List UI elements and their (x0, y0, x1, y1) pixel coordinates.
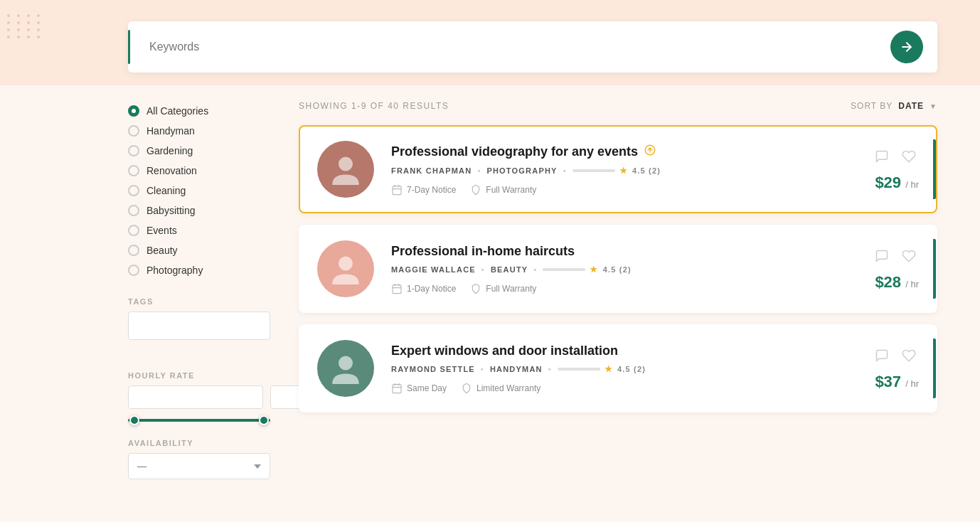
category-item-renovation[interactable]: Renovation (128, 161, 270, 181)
notice-item: Same Day (391, 383, 447, 394)
notice-item: 7-Day Notice (391, 184, 456, 196)
favorite-icon[interactable] (899, 346, 919, 366)
warranty-text: Full Warranty (486, 185, 536, 195)
category-item-events[interactable]: Events (128, 220, 270, 240)
listing-title: Expert windows and door installation (391, 343, 855, 358)
warranty-item: Full Warranty (470, 184, 536, 196)
search-input[interactable] (142, 41, 890, 53)
calendar-icon (391, 383, 403, 394)
card-actions: $29 / hr (872, 147, 919, 192)
slider-thumb-left[interactable] (129, 415, 139, 425)
star-icon: ★ (590, 265, 598, 275)
message-icon[interactable] (872, 147, 892, 166)
availability-select[interactable]: —Same Day1-Day Notice7-Day Notice (128, 453, 270, 479)
category-tag: PHOTOGRAPHY (486, 166, 557, 175)
card-meta: MAGGIE WALLACE • BEAUTY • ★ 4.5 (2) (391, 265, 855, 275)
card-footer: 7-Day Notice Full Warranty (391, 184, 855, 196)
listing-price: $28 / hr (875, 273, 919, 292)
category-tag: HANDYMAN (490, 365, 543, 373)
radio-0 (128, 105, 139, 117)
action-icons (872, 147, 919, 166)
category-label: Photography (147, 265, 203, 276)
action-icons (872, 246, 919, 266)
favorite-icon[interactable] (899, 147, 919, 166)
calendar-icon (391, 283, 403, 294)
search-button[interactable] (890, 31, 923, 63)
listing-title: Professional in-home haircuts (391, 244, 855, 259)
price-unit: / hr (905, 279, 919, 289)
category-list: All CategoriesHandymanGardeningRenovatio… (128, 101, 270, 280)
card-body: Professional videography for any events … (391, 144, 855, 196)
listing-card-2[interactable]: Professional in-home haircuts MAGGIE WAL… (299, 225, 937, 313)
author-name: MAGGIE WALLACE (391, 265, 476, 274)
listing-card-3[interactable]: Expert windows and door installation RAY… (299, 324, 937, 412)
listing-price: $37 / hr (875, 373, 919, 391)
rating-text: 4.5 (2) (632, 166, 661, 175)
listing-card-1[interactable]: Professional videography for any events … (299, 125, 937, 213)
listing-price: $29 / hr (875, 174, 919, 192)
rating-bar: ★ 4.5 (2) (558, 364, 646, 374)
meta-dot: • (481, 365, 484, 373)
category-item-all-categories[interactable]: All Categories (128, 101, 270, 121)
sort-value[interactable]: DATE (898, 101, 924, 111)
hourly-rate-label: HOURLY RATE (128, 371, 270, 380)
message-icon[interactable] (872, 246, 892, 266)
avatar (317, 340, 374, 397)
author-name: FRANK CHAPMAN (391, 166, 472, 175)
category-item-photography[interactable]: Photography (128, 260, 270, 280)
meta-dot2: • (548, 365, 552, 373)
card-meta: RAYMOND SETTLE • HANDYMAN • ★ 4.5 (2) (391, 364, 855, 374)
slider-thumb-right[interactable] (259, 415, 269, 425)
radio-1 (128, 125, 139, 137)
svg-point-12 (339, 356, 353, 371)
sort-area: SORT BY DATE ▼ (851, 101, 937, 111)
svg-point-7 (339, 257, 353, 271)
category-label: Handyman (147, 125, 195, 137)
author-name: RAYMOND SETTLE (391, 365, 475, 373)
category-label: Events (147, 225, 177, 236)
warranty-icon (470, 184, 481, 196)
warranty-icon (461, 383, 472, 394)
warranty-item: Full Warranty (470, 283, 536, 294)
radio-4 (128, 185, 139, 196)
favorite-icon[interactable] (899, 246, 919, 266)
tags-input[interactable] (128, 311, 270, 340)
rating-bar: ★ 4.5 (2) (543, 265, 631, 275)
warranty-item: Limited Warranty (461, 383, 540, 394)
card-accent (933, 139, 936, 199)
avatar (317, 141, 374, 198)
card-footer: Same Day Limited Warranty (391, 383, 855, 394)
card-actions: $28 / hr (872, 246, 919, 292)
category-item-gardening[interactable]: Gardening (128, 141, 270, 161)
category-item-handyman[interactable]: Handyman (128, 121, 270, 141)
category-tag: BEAUTY (491, 265, 528, 274)
card-meta: FRANK CHAPMAN • PHOTOGRAPHY • ★ 4.5 (2) (391, 166, 855, 176)
featured-badge (644, 144, 656, 160)
tags-label: TAGS (128, 297, 270, 306)
radio-6 (128, 225, 139, 236)
category-item-cleaning[interactable]: Cleaning (128, 181, 270, 201)
message-icon[interactable] (872, 346, 892, 366)
radio-3 (128, 165, 139, 176)
warranty-icon (470, 283, 481, 294)
sort-chevron[interactable]: ▼ (930, 102, 937, 110)
search-bar-accent (128, 30, 130, 64)
notice-text: Same Day (407, 383, 447, 393)
svg-rect-13 (393, 384, 401, 393)
card-actions: $37 / hr (872, 346, 919, 391)
card-footer: 1-Day Notice Full Warranty (391, 283, 855, 294)
rating-bar: ★ 4.5 (2) (572, 166, 661, 176)
hourly-rate-inputs: 21 39 (128, 385, 270, 409)
svg-rect-3 (393, 186, 401, 194)
meta-dot: • (481, 265, 485, 274)
results-area: SHOWING 1-9 OF 40 RESULTS SORT BY DATE ▼… (299, 101, 937, 479)
category-label: Gardening (147, 145, 193, 156)
hourly-min-input[interactable]: 21 (128, 385, 263, 409)
price-unit: / hr (905, 378, 919, 389)
svg-rect-8 (393, 284, 401, 293)
category-item-beauty[interactable]: Beauty (128, 240, 270, 260)
price-slider[interactable] (128, 419, 270, 422)
warranty-text: Full Warranty (486, 284, 536, 294)
radio-8 (128, 265, 139, 276)
category-item-babysitting[interactable]: Babysitting (128, 201, 270, 220)
